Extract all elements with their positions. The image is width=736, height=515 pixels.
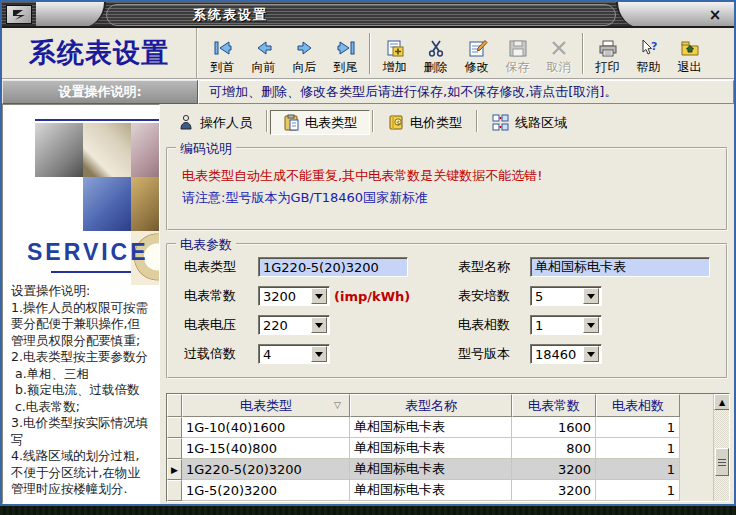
delete-scissors-icon xyxy=(425,36,447,60)
meter-type-field[interactable]: 1G220-5(20)3200 xyxy=(258,257,408,277)
tab-label: 线路区域 xyxy=(515,114,567,132)
service-wordmark: SERVICE xyxy=(27,239,149,266)
row-selector-gutter[interactable] xyxy=(167,480,182,501)
add-record-button[interactable]: 增加 xyxy=(374,30,415,77)
exit-folder-icon xyxy=(679,36,701,60)
desktop-background: 系统表设置 × 系统表设置 到首 向前 xyxy=(0,0,736,515)
vertical-scroll-thumb[interactable] xyxy=(715,448,729,476)
go-next-button[interactable]: 向后 xyxy=(284,30,325,77)
cancel-button: 取消 xyxy=(538,30,579,77)
voltage-select[interactable]: 220 xyxy=(258,315,330,335)
go-prev-button[interactable]: 向前 xyxy=(243,30,284,77)
operator-person-icon xyxy=(178,114,195,131)
toolbar-label: 到首 xyxy=(211,60,235,74)
cell-meter-type[interactable]: 1G220-5(20)3200 xyxy=(182,459,350,480)
cell-meter-const[interactable]: 1600 xyxy=(512,417,596,438)
chevron-down-icon[interactable] xyxy=(311,317,327,333)
tab-meter-types[interactable]: 电表类型 xyxy=(270,110,370,135)
current-row-marker[interactable]: ▶ xyxy=(167,459,182,480)
model-version-select[interactable]: 18460 xyxy=(530,344,602,364)
cell-phase[interactable]: 1 xyxy=(596,438,680,459)
phase-select[interactable]: 1 xyxy=(530,315,602,335)
cell-phase[interactable]: 1 xyxy=(596,417,680,438)
modify-record-button[interactable]: 修改 xyxy=(456,30,497,77)
subheader-row: 设置操作说明: 可增加、删除、修改各类型后请进行保存,如不保存修改,请点击[取消… xyxy=(2,80,734,104)
record-count-label: 记录数 xyxy=(182,501,350,502)
toolbar-label: 取消 xyxy=(547,60,571,74)
close-button[interactable]: × xyxy=(706,7,724,23)
tab-label: 电价类型 xyxy=(410,114,462,132)
chevron-down-icon[interactable] xyxy=(311,288,327,304)
ampere-select[interactable]: 5 xyxy=(530,286,602,306)
cell-meter-type[interactable]: 1G-10(40)1600 xyxy=(182,417,350,438)
cell-model-name[interactable]: 单相国标电卡表 xyxy=(350,459,512,480)
app-title-panel: 系统表设置 xyxy=(2,28,198,78)
vertical-scrollbar[interactable]: ▲ ▼ xyxy=(713,394,729,502)
prev-icon xyxy=(253,36,275,60)
column-header-model-name[interactable]: 表型名称 xyxy=(350,394,512,417)
region-boxes-icon xyxy=(492,114,510,131)
exit-button[interactable]: 退出 xyxy=(669,30,710,77)
column-header-meter-const[interactable]: 电表常数 xyxy=(512,394,596,417)
first-icon xyxy=(212,36,234,60)
scroll-track[interactable] xyxy=(714,476,729,502)
cell-model-name[interactable]: 单相国标电卡表 xyxy=(350,480,512,501)
row-selector-gutter[interactable] xyxy=(167,438,182,459)
cell-meter-type[interactable]: 1G-5(20)3200 xyxy=(182,480,350,501)
cell-phase[interactable]: 1 xyxy=(596,480,680,501)
svg-text:?: ? xyxy=(651,40,657,53)
table-footer-row: 记录数 8 xyxy=(167,501,713,502)
window-title: 系统表设置 xyxy=(106,4,616,26)
title-bar[interactable]: 系统表设置 × xyxy=(2,2,734,28)
toolbar-label: 向后 xyxy=(293,60,317,74)
column-header-phase[interactable]: 电表相数 xyxy=(596,394,680,417)
help-button[interactable]: ? 帮助 xyxy=(628,30,669,77)
meter-type-table: 电表类型▽ 表型名称 电表常数 电表相数 1G-10(40)1600 单相国标电… xyxy=(166,393,730,502)
tab-line-regions[interactable]: 线路区域 xyxy=(480,110,579,135)
overload-select[interactable]: 4 xyxy=(258,344,330,364)
meter-const-select[interactable]: 3200 xyxy=(258,286,330,306)
main-area: 操作人员 电表类型 $ 电价类型 线路区域 xyxy=(160,104,734,504)
go-first-button[interactable]: 到首 xyxy=(202,30,243,77)
sort-icon[interactable]: ▽ xyxy=(334,400,341,410)
tab-price-types[interactable]: $ 电价类型 xyxy=(376,110,474,135)
model-name-field[interactable]: 单相国标电卡表 xyxy=(530,257,710,277)
table-row[interactable]: 1G-15(40)800 单相国标电卡表 800 1 xyxy=(167,438,713,459)
field-label: 电表常数 xyxy=(184,287,258,305)
chevron-down-icon[interactable] xyxy=(583,346,599,362)
groupbox-legend: 编码说明 xyxy=(176,140,236,158)
field-label: 型号版本 xyxy=(458,345,530,363)
cell-meter-const[interactable]: 3200 xyxy=(512,480,596,501)
go-last-button[interactable]: 到尾 xyxy=(325,30,366,77)
encoding-warning-text: 电表类型自动生成不能重复,其中电表常数是关键数据不能选错! xyxy=(182,165,726,187)
footer-cell xyxy=(596,501,680,502)
cell-meter-type[interactable]: 1G-15(40)800 xyxy=(182,438,350,459)
column-header-meter-type[interactable]: 电表类型▽ xyxy=(182,394,350,417)
print-button[interactable]: 打印 xyxy=(587,30,628,77)
cell-model-name[interactable]: 单相国标电卡表 xyxy=(350,438,512,459)
help-cursor-icon: ? xyxy=(638,36,660,60)
chevron-down-icon[interactable] xyxy=(583,317,599,333)
app-logo-icon xyxy=(6,5,32,24)
table-row-selected[interactable]: ▶ 1G220-5(20)3200 单相国标电卡表 3200 1 xyxy=(167,459,713,480)
table-row[interactable]: 1G-10(40)1600 单相国标电卡表 1600 1 xyxy=(167,417,713,438)
tab-operators[interactable]: 操作人员 xyxy=(166,110,264,135)
cell-phase[interactable]: 1 xyxy=(596,459,680,480)
delete-record-button[interactable]: 删除 xyxy=(415,30,456,77)
row-selector-gutter[interactable] xyxy=(167,417,182,438)
chevron-down-icon[interactable] xyxy=(583,288,599,304)
cell-meter-const[interactable]: 3200 xyxy=(512,459,596,480)
cell-model-name[interactable]: 单相国标电卡表 xyxy=(350,417,512,438)
sidebar: SERVICE 设置操作说明: 1.操作人员的权限可按需 要分配便于兼职操作,但… xyxy=(2,104,160,504)
cell-meter-const[interactable]: 800 xyxy=(512,438,596,459)
tab-label: 操作人员 xyxy=(200,114,252,132)
scroll-up-icon[interactable]: ▲ xyxy=(714,394,730,410)
titlebar-right-cap: × xyxy=(616,2,734,28)
footer-cell xyxy=(512,501,596,502)
table-row[interactable]: 1G-5(20)3200 单相国标电卡表 3200 1 xyxy=(167,480,713,501)
chevron-down-icon[interactable] xyxy=(311,346,327,362)
tab-bar: 操作人员 电表类型 $ 电价类型 线路区域 xyxy=(166,107,730,135)
clipboard-icon xyxy=(283,114,300,131)
toolbar-label: 帮助 xyxy=(637,60,661,74)
service-collage-image: SERVICE xyxy=(21,111,160,273)
